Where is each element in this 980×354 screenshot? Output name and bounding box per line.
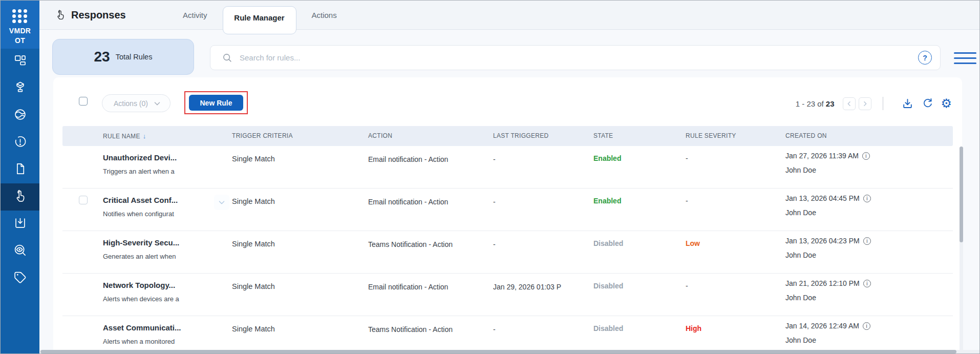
tab-activity[interactable]: Activity xyxy=(167,1,223,30)
sidebar-item-dashboard[interactable] xyxy=(1,48,39,75)
sidebar-item-tag[interactable] xyxy=(1,265,39,292)
created-by: John Doe xyxy=(785,251,816,259)
info-icon[interactable]: i xyxy=(863,195,871,202)
select-all-checkbox[interactable] xyxy=(79,97,88,106)
rule-severity: - xyxy=(686,282,688,290)
refresh-icon[interactable] xyxy=(922,97,934,110)
horizontal-scrollbar[interactable] xyxy=(40,350,979,353)
column-header-created-on[interactable]: CREATED ON xyxy=(785,126,827,146)
created-date-text: Jan 13, 2026 04:23 PM xyxy=(785,237,860,245)
download-icon[interactable] xyxy=(901,97,914,110)
sidebar-item-import-tray[interactable] xyxy=(1,211,39,238)
product-name-line1: VMDR xyxy=(1,26,39,36)
rule-name[interactable]: Critical Asset Conf... xyxy=(103,196,178,204)
column-header-trigger-criteria[interactable]: TRIGGER CRITERIA xyxy=(232,126,293,146)
last-triggered: - xyxy=(493,325,579,334)
pagination: 1 - 23 of23 ⚙ xyxy=(796,94,952,113)
pagination-total: 23 xyxy=(826,99,835,108)
rule-severity: - xyxy=(686,154,688,162)
info-icon[interactable]: i xyxy=(863,280,871,287)
row-checkbox[interactable] xyxy=(79,196,88,204)
rules-panel: Actions (0) New Rule 1 - 23 of23 xyxy=(53,77,962,353)
next-page-button[interactable] xyxy=(859,97,871,110)
prev-page-button[interactable] xyxy=(843,97,856,110)
table-row[interactable]: Critical Asset Conf...Notifies when conf… xyxy=(62,189,953,231)
rule-name[interactable]: Asset Communicati... xyxy=(103,323,181,332)
vertical-scrollbar[interactable] xyxy=(960,147,963,351)
state-badge: Disabled xyxy=(593,324,623,332)
last-triggered: - xyxy=(493,198,579,206)
new-rule-button[interactable]: New Rule xyxy=(189,95,243,111)
trigger-criteria: Single Match xyxy=(232,197,275,205)
menu-icon[interactable] xyxy=(954,52,976,68)
horizontal-scrollbar-thumb[interactable] xyxy=(40,350,956,353)
total-rules-card[interactable]: 23 Total Rules xyxy=(52,39,194,75)
rule-severity: High xyxy=(686,324,701,332)
discovery-eye-icon xyxy=(13,243,27,259)
network-globe-icon xyxy=(13,108,27,123)
info-icon[interactable]: i xyxy=(863,322,870,330)
created-on-date: Jan 13, 2026 04:45 PMi xyxy=(785,194,871,202)
divider xyxy=(883,97,883,110)
sidebar-item-document[interactable] xyxy=(1,156,39,183)
table-row[interactable]: High-Severity Secu...Generates an alert … xyxy=(62,231,953,274)
column-header-rule-severity[interactable]: RULE SEVERITY xyxy=(686,126,736,146)
tab-actions[interactable]: Actions xyxy=(296,1,352,30)
info-icon[interactable]: i xyxy=(863,237,871,245)
product-name-line2: OT xyxy=(1,36,39,46)
vertical-scrollbar-thumb[interactable] xyxy=(960,147,963,242)
table-row[interactable]: Network Topology...Alerts when devices a… xyxy=(62,274,953,316)
rule-severity: - xyxy=(686,197,688,205)
last-triggered: Jan 29, 2026 01:03 P xyxy=(493,283,579,291)
state-badge: Disabled xyxy=(593,282,623,290)
last-triggered: - xyxy=(493,155,579,163)
rule-description: Generates an alert when xyxy=(103,253,176,260)
search-input[interactable] xyxy=(240,53,918,62)
tab-rule-manager[interactable]: Rule Manager xyxy=(223,6,296,34)
total-rules-count: 23 xyxy=(94,49,110,65)
trigger-criteria: Single Match xyxy=(232,240,275,248)
rule-severity: Low xyxy=(686,239,700,247)
rule-description: Alerts when devices are a xyxy=(103,295,179,303)
sidebar-item-asset-device[interactable] xyxy=(1,75,39,102)
app-switcher-block: VMDR OT xyxy=(1,1,39,49)
sidebar-item-discovery-eye[interactable] xyxy=(1,238,39,265)
created-date-text: Jan 14, 2026 12:49 AM xyxy=(785,322,859,330)
rule-name[interactable]: Unauthorized Devi... xyxy=(103,153,177,162)
column-header-action[interactable]: ACTION xyxy=(368,126,392,146)
table-body: Unauthorized Devi...Triggers an alert wh… xyxy=(62,146,953,353)
annotation-highlight-box: New Rule xyxy=(184,91,248,114)
asset-device-icon xyxy=(13,80,27,96)
actions-dropdown-label: Actions (0) xyxy=(114,99,148,108)
sidebar-item-responses-tap[interactable] xyxy=(1,183,39,211)
row-quick-actions-chevron-icon[interactable] xyxy=(214,195,229,210)
rule-description: Triggers an alert when a xyxy=(103,168,175,175)
sidebar: VMDR OT xyxy=(1,1,39,353)
header-strip: Responses ActivityRule ManagerActions xyxy=(39,1,979,30)
pagination-range: 1 - 23 of23 xyxy=(796,99,835,108)
created-by: John Doe xyxy=(785,336,816,344)
table-row[interactable]: Asset Communicati...Alerts when a monito… xyxy=(62,316,953,353)
created-by: John Doe xyxy=(785,294,816,302)
search-icon xyxy=(222,52,232,63)
actions-dropdown-button[interactable]: Actions (0) xyxy=(102,94,171,112)
import-tray-icon xyxy=(13,216,27,232)
sidebar-item-alert-clock[interactable] xyxy=(1,129,39,156)
column-header-rule-name[interactable]: RULE NAME↓ xyxy=(103,126,146,147)
app-window: VMDR OT Responses ActivityRule ManagerAc… xyxy=(0,0,980,354)
sidebar-item-network-globe[interactable] xyxy=(1,102,39,129)
created-by: John Doe xyxy=(785,209,816,217)
settings-gear-icon[interactable]: ⚙ xyxy=(941,97,952,110)
info-icon[interactable]: i xyxy=(862,152,870,160)
column-header-last-triggered[interactable]: LAST TRIGGERED xyxy=(493,126,548,146)
app-launcher-icon[interactable] xyxy=(12,9,28,23)
help-icon[interactable]: ? xyxy=(918,51,932,65)
tab-bar: ActivityRule ManagerActions xyxy=(167,1,352,30)
rule-name[interactable]: Network Topology... xyxy=(103,281,175,289)
document-icon xyxy=(13,162,27,178)
action-value: Email notification - Action xyxy=(368,198,448,206)
last-triggered: - xyxy=(493,240,579,248)
table-row[interactable]: Unauthorized Devi...Triggers an alert wh… xyxy=(62,146,953,189)
rule-name[interactable]: High-Severity Secu... xyxy=(103,238,179,247)
column-header-state[interactable]: STATE xyxy=(593,126,613,146)
